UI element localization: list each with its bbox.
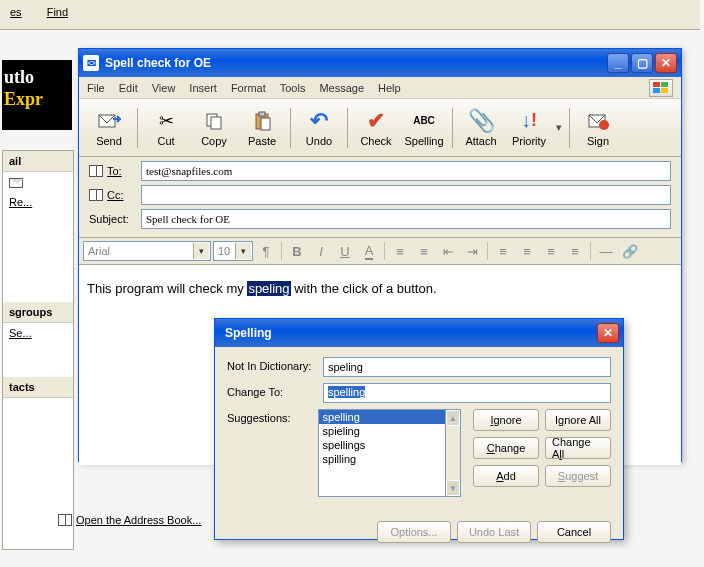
bullet-list-button[interactable]: ≡	[413, 240, 435, 262]
suggestion-item[interactable]: spelling	[319, 410, 445, 424]
check-label: Check	[360, 135, 391, 147]
align-left-button[interactable]: ≡	[492, 240, 514, 262]
menu-file[interactable]: File	[87, 82, 105, 94]
underline-button[interactable]: U	[334, 240, 356, 262]
priority-dropdown[interactable]: ▾	[553, 121, 565, 134]
menu-edit[interactable]: Edit	[119, 82, 138, 94]
paste-button[interactable]: Paste	[238, 102, 286, 154]
undo-button[interactable]: ↶ Undo	[295, 102, 343, 154]
cut-button[interactable]: ✂ Cut	[142, 102, 190, 154]
change-all-button[interactable]: Change All	[545, 437, 611, 459]
priority-button[interactable]: ↓! Priority	[505, 102, 553, 154]
menu-help[interactable]: Help	[378, 82, 401, 94]
indent-button[interactable]: ⇥	[461, 240, 483, 262]
cc-label[interactable]: Cc:	[89, 189, 141, 201]
copy-label: Copy	[201, 135, 227, 147]
titlebar[interactable]: ✉ Spell check for OE _ ▢ ✕	[79, 49, 681, 77]
font-color-button[interactable]: A	[358, 240, 380, 262]
ignore-button[interactable]: Ignore	[473, 409, 539, 431]
check-button[interactable]: ✔ Check	[352, 102, 400, 154]
spelling-titlebar[interactable]: Spelling ✕	[215, 319, 623, 347]
spelling-icon: ABC	[412, 109, 436, 133]
sidebar-mail-header: ail	[3, 151, 73, 172]
scroll-down-icon[interactable]: ▼	[446, 480, 460, 496]
bold-button[interactable]: B	[286, 240, 308, 262]
menu-message[interactable]: Message	[319, 82, 364, 94]
change-to-label: Change To:	[227, 383, 323, 398]
not-in-dict-value: speling	[323, 357, 611, 377]
window-title: Spell check for OE	[105, 56, 605, 70]
format-toolbar: Arial▾ 10▾ ¶ B I U A ≡ ≡ ⇤ ⇥ ≡ ≡ ≡ ≡ — 🔗	[79, 237, 681, 265]
suggestions-list[interactable]: spelling spieling spellings spilling	[318, 409, 446, 497]
suggestion-item[interactable]: spilling	[319, 452, 445, 466]
align-center-button[interactable]: ≡	[516, 240, 538, 262]
align-right-button[interactable]: ≡	[540, 240, 562, 262]
copy-button[interactable]: Copy	[190, 102, 238, 154]
hr-button[interactable]: —	[595, 240, 617, 262]
body-text-post: with the click of a button.	[291, 281, 437, 296]
menu-tools[interactable]: Tools	[280, 82, 306, 94]
header-fields: To: Cc: Subject:	[79, 157, 681, 237]
paste-label: Paste	[248, 135, 276, 147]
copy-icon	[202, 109, 226, 133]
spelling-title: Spelling	[219, 326, 595, 340]
sidebar-mail-item[interactable]	[3, 172, 73, 192]
maximize-button[interactable]: ▢	[631, 53, 653, 73]
italic-button[interactable]: I	[310, 240, 332, 262]
add-button[interactable]: Add	[473, 465, 539, 487]
change-button[interactable]: Change	[473, 437, 539, 459]
svg-rect-6	[211, 117, 221, 129]
bg-menu-es[interactable]: es	[10, 6, 22, 18]
suggestion-item[interactable]: spieling	[319, 424, 445, 438]
cc-input[interactable]	[141, 185, 671, 205]
to-label[interactable]: To:	[89, 165, 141, 177]
change-to-input[interactable]: spelling	[323, 383, 611, 403]
send-button[interactable]: Send	[85, 102, 133, 154]
font-combo[interactable]: Arial▾	[83, 241, 211, 261]
svg-rect-0	[653, 82, 660, 87]
attach-button[interactable]: 📎 Attach	[457, 102, 505, 154]
scroll-up-icon[interactable]: ▲	[446, 410, 460, 426]
menu-insert[interactable]: Insert	[189, 82, 217, 94]
suggestion-item[interactable]: spellings	[319, 438, 445, 452]
chevron-down-icon: ▾	[235, 243, 251, 259]
svg-rect-2	[653, 88, 660, 93]
subject-input[interactable]	[141, 209, 671, 229]
sidebar-contacts-header: tacts	[3, 377, 73, 398]
options-button[interactable]: Options...	[377, 521, 451, 543]
sidebar-re-link[interactable]: Re...	[3, 192, 73, 212]
outdent-button[interactable]: ⇤	[437, 240, 459, 262]
spelling-label: Spelling	[404, 135, 443, 147]
sign-button[interactable]: Sign	[574, 102, 622, 154]
open-address-book-link[interactable]: Open the Address Book...	[58, 514, 201, 526]
to-input[interactable]	[141, 161, 671, 181]
suggestions-label: Suggestions:	[227, 409, 318, 424]
check-icon: ✔	[364, 109, 388, 133]
send-label: Send	[96, 135, 122, 147]
body-text-pre: This program will check my	[87, 281, 247, 296]
number-list-button[interactable]: ≡	[389, 240, 411, 262]
link-button[interactable]: 🔗	[619, 240, 641, 262]
svg-point-11	[599, 120, 609, 130]
undo-last-button: Undo Last	[457, 521, 531, 543]
sign-label: Sign	[587, 135, 609, 147]
spelling-close-button[interactable]: ✕	[597, 323, 619, 343]
menu-format[interactable]: Format	[231, 82, 266, 94]
ignore-all-button[interactable]: Ignore All	[545, 409, 611, 431]
menu-view[interactable]: View	[152, 82, 176, 94]
spelling-button[interactable]: ABC Spelling	[400, 102, 448, 154]
paragraph-style-button[interactable]: ¶	[255, 240, 277, 262]
font-size-combo[interactable]: 10▾	[213, 241, 253, 261]
cut-label: Cut	[157, 135, 174, 147]
minimize-button[interactable]: _	[607, 53, 629, 73]
cancel-button[interactable]: Cancel	[537, 521, 611, 543]
bg-menu-find[interactable]: Find	[47, 6, 68, 18]
close-button[interactable]: ✕	[655, 53, 677, 73]
window-icon: ✉	[83, 55, 99, 71]
send-icon	[97, 109, 121, 133]
paste-icon	[250, 109, 274, 133]
align-justify-button[interactable]: ≡	[564, 240, 586, 262]
suggestions-scrollbar[interactable]: ▲ ▼	[446, 409, 461, 497]
sidebar-se-link[interactable]: Se...	[3, 323, 73, 343]
outlook-express-logo: utlo Expr	[2, 60, 72, 130]
